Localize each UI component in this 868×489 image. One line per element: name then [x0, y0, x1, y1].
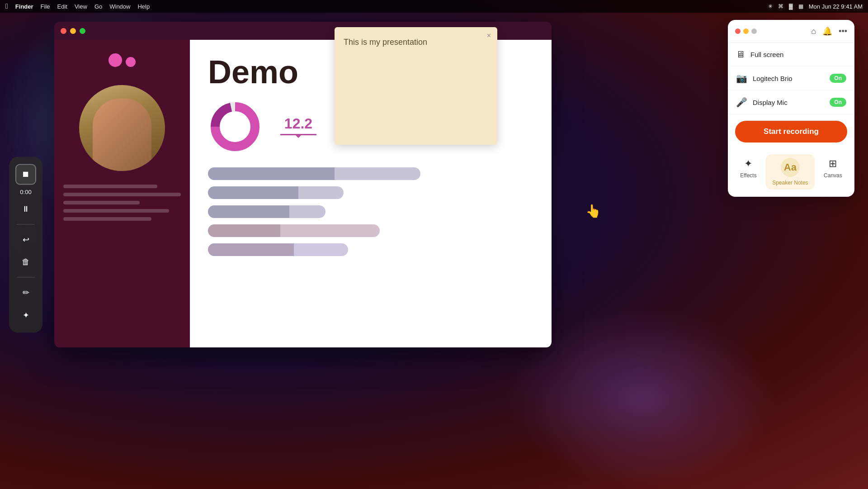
panel-home-icon[interactable]: ⌂ — [811, 27, 816, 36]
bar-row-1 — [208, 167, 533, 180]
menubar:  Finder File Edit View Go Window Help ✳… — [0, 0, 868, 13]
sticky-close-button[interactable]: × — [487, 32, 491, 40]
stop-button[interactable]: ⏹ — [15, 164, 36, 185]
speaker-notes-icon: Aa — [781, 158, 800, 177]
panel-bell-icon[interactable]: 🔔 — [822, 26, 832, 36]
panel-minimize-button[interactable] — [743, 28, 749, 34]
menubar-battery-icon: ▓ — [789, 3, 793, 9]
effects-tool[interactable]: ✦ Effects — [734, 154, 763, 190]
canvas-tool[interactable]: ⊞ Canvas — [817, 154, 849, 190]
sidebar-line-1 — [63, 185, 157, 188]
bar-seg — [208, 205, 289, 218]
recording-panel: ⌂ 🔔 ••• 🖥 Full screen 📷 Logitech Brio On… — [728, 20, 854, 197]
menubar-view[interactable]: View — [75, 3, 87, 10]
pen-icon: ✏ — [23, 287, 29, 297]
donut-chart — [208, 100, 262, 154]
pause-button[interactable]: ⏸ — [15, 199, 36, 219]
toolbar-timer: 0:00 — [20, 188, 31, 195]
menubar-help[interactable]: Help — [137, 3, 150, 10]
bar-row-2 — [208, 186, 533, 199]
canvas-tool-label: Canvas — [824, 172, 842, 179]
presentation-bars — [208, 167, 533, 256]
panel-header: ⌂ 🔔 ••• — [728, 20, 854, 43]
panel-close-button[interactable] — [735, 28, 741, 34]
mic-icon: 🎤 — [736, 97, 747, 108]
svg-point-3 — [224, 116, 246, 138]
stop-icon: ⏹ — [22, 170, 30, 179]
bar-row-3 — [208, 205, 533, 218]
speaker-notes-label: Speaker Notes — [772, 180, 808, 186]
bar-seg — [289, 205, 326, 218]
mic-toggle[interactable]: On — [830, 98, 846, 107]
bar-seg — [298, 186, 344, 199]
fullscreen-icon: 🖥 — [736, 49, 745, 60]
apple-menu[interactable]:  — [5, 2, 8, 10]
delete-button[interactable]: 🗑 — [15, 252, 36, 272]
presentation-sidebar — [54, 40, 190, 347]
menubar-window[interactable]: Window — [109, 3, 130, 10]
presenter-avatar — [79, 85, 165, 171]
camera-label: Logitech Brio — [753, 75, 793, 82]
delete-icon: 🗑 — [22, 257, 30, 267]
panel-expand-button — [751, 28, 757, 34]
pause-icon: ⏸ — [22, 204, 30, 214]
avatar-image — [79, 85, 165, 171]
avatar-figure — [93, 99, 151, 171]
stat-1: 12.2 — [280, 115, 316, 138]
sidebar-line-4 — [63, 209, 169, 213]
undo-button[interactable]: ↩ — [15, 229, 36, 250]
panel-bottom-tools: ✦ Effects Aa Speaker Notes ⊞ Canvas — [728, 149, 854, 197]
undo-icon: ↩ — [23, 234, 29, 244]
stat-1-value: 12.2 — [280, 115, 316, 132]
presentation-logo — [108, 53, 136, 67]
sidebar-line-3 — [63, 201, 140, 204]
panel-traffic-lights — [735, 28, 757, 34]
bar-seg — [208, 243, 294, 256]
pen-button[interactable]: ✏ — [15, 282, 36, 303]
menubar-wifi-icon: ⌘ — [778, 3, 783, 9]
menubar-app-name[interactable]: Finder — [15, 3, 33, 10]
logo-circle-right — [126, 57, 136, 67]
panel-header-icons: ⌂ 🔔 ••• — [811, 26, 847, 36]
bar-seg — [208, 224, 280, 237]
bar-seg — [335, 167, 420, 180]
panel-fullscreen-item: 🖥 Full screen — [728, 43, 854, 66]
left-toolbar: ⏹ 0:00 ⏸ ↩ 🗑 ✏ ✦ — [9, 157, 42, 332]
bar-seg — [208, 186, 298, 199]
window-maximize-button[interactable] — [80, 28, 85, 34]
bar-row-5 — [208, 243, 533, 256]
menubar-controls-icon: ▦ — [798, 3, 803, 9]
panel-more-icon[interactable]: ••• — [839, 27, 847, 36]
toolbar-divider-2 — [17, 277, 35, 277]
camera-icon: 📷 — [736, 73, 747, 84]
canvas-tool-icon: ⊞ — [829, 158, 837, 170]
start-recording-button[interactable]: Start recording — [735, 121, 847, 142]
sticky-text: This is my presentation — [344, 36, 488, 48]
window-close-button[interactable] — [61, 28, 66, 34]
panel-camera-item: 📷 Logitech Brio On — [728, 66, 854, 90]
effects-tool-icon: ✦ — [744, 158, 752, 170]
panel-mic-item: 🎤 Display Mic On — [728, 90, 854, 114]
sticky-note: × This is my presentation — [335, 27, 497, 145]
bar-seg — [294, 243, 348, 256]
menubar-file[interactable]: File — [41, 3, 50, 10]
sidebar-line-5 — [63, 217, 151, 221]
speaker-notes-tool[interactable]: Aa Speaker Notes — [766, 154, 814, 190]
stat-1-triangle — [296, 135, 301, 138]
logo-circle-left — [108, 53, 122, 67]
menubar-time: Mon Jun 22 9:41 AM — [809, 3, 863, 10]
effects-toolbar-button[interactable]: ✦ — [15, 304, 36, 325]
menubar-go[interactable]: Go — [94, 3, 102, 10]
window-minimize-button[interactable] — [70, 28, 76, 34]
menubar-sparkle-icon: ✳ — [768, 3, 773, 9]
fullscreen-label: Full screen — [750, 51, 783, 58]
toolbar-divider — [17, 224, 35, 224]
mic-label: Display Mic — [753, 99, 788, 106]
effects-tool-label: Effects — [740, 172, 756, 179]
menubar-edit[interactable]: Edit — [57, 3, 67, 10]
camera-toggle[interactable]: On — [830, 74, 846, 83]
bar-seg — [280, 224, 380, 237]
sidebar-lines — [63, 185, 181, 221]
bar-row-4 — [208, 224, 533, 237]
bar-seg — [208, 167, 335, 180]
